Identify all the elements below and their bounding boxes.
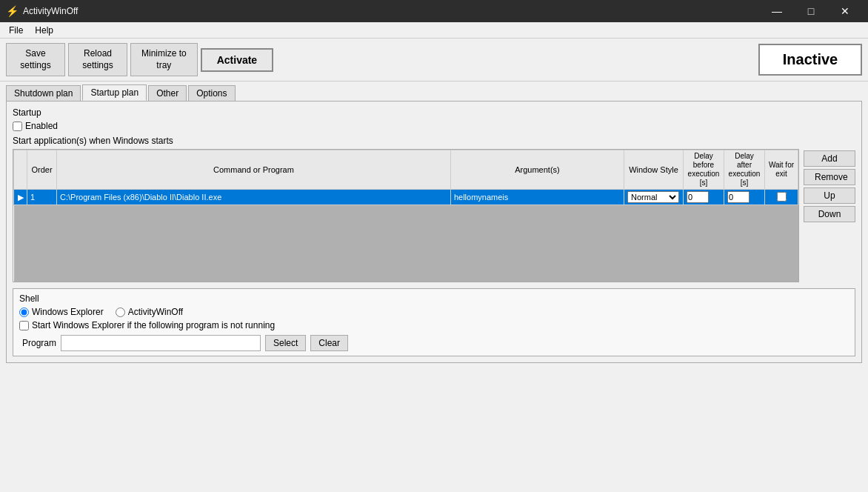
empty-row: [14, 205, 798, 283]
minimize-button[interactable]: —: [760, 0, 794, 22]
window-style-select[interactable]: Normal Minimized Maximized Hidden: [627, 191, 679, 203]
tab-bar: Shutdown plan Startup plan Other Options: [6, 84, 862, 101]
th-wait-exit: Wait for exit: [765, 150, 798, 190]
tab-options[interactable]: Options: [188, 85, 235, 101]
activate-button[interactable]: Activate: [201, 48, 273, 72]
maximize-button[interactable]: □: [794, 0, 828, 22]
row-args: hellomynameis: [450, 190, 624, 205]
row-delay-after: [724, 190, 765, 205]
radio-windows-explorer-label: Windows Explorer: [32, 307, 104, 317]
tab-content: Startup Enabled Start application(s) whe…: [6, 101, 862, 363]
table-header-row: Order Command or Program Argument(s) Win…: [14, 150, 798, 190]
up-button[interactable]: Up: [804, 187, 855, 204]
enabled-row: Enabled: [13, 121, 855, 131]
remove-button[interactable]: Remove: [804, 169, 855, 185]
radio-activitywinoff-label: ActivityWinOff: [128, 307, 183, 317]
th-command: Command or Program: [57, 150, 451, 190]
titlebar-controls: — □ ✕: [760, 0, 862, 22]
radio-windows-explorer-item: Windows Explorer: [19, 307, 104, 317]
program-input[interactable]: [61, 335, 261, 351]
tab-other[interactable]: Other: [148, 85, 187, 101]
shell-radio-row: Windows Explorer ActivityWinOff: [19, 307, 849, 317]
clear-button[interactable]: Clear: [310, 335, 348, 351]
side-buttons: Add Remove Up Down: [804, 149, 855, 282]
close-button[interactable]: ✕: [828, 0, 862, 22]
th-winstyle: Window Style: [624, 150, 684, 190]
table-area: Order Command or Program Argument(s) Win…: [13, 149, 855, 282]
delay-after-input[interactable]: [727, 191, 750, 203]
app-title: ActivityWinOff: [23, 6, 78, 16]
menu-help[interactable]: Help: [29, 24, 59, 37]
row-delay-before: [684, 190, 724, 205]
th-arrow: [14, 150, 27, 190]
row-arrow: ▶: [14, 190, 27, 205]
add-button[interactable]: Add: [804, 150, 855, 167]
shell-section-title: Shell: [19, 293, 849, 304]
program-row: Program Select Clear: [19, 335, 849, 351]
enabled-checkbox[interactable]: [13, 122, 22, 131]
radio-activitywinoff[interactable]: [116, 308, 125, 317]
th-args: Argument(s): [450, 150, 624, 190]
row-command: C:\Program Files (x86)\Diablo II\Diablo …: [57, 190, 451, 205]
menu-file[interactable]: File: [3, 24, 29, 37]
startup-section-title: Startup: [13, 107, 855, 118]
startup-section: Startup Enabled Start application(s) whe…: [13, 107, 855, 282]
menubar: File Help: [0, 22, 868, 39]
reload-settings-button[interactable]: Reload settings: [68, 43, 127, 76]
main-content: Shutdown plan Startup plan Other Options…: [0, 82, 868, 492]
select-button[interactable]: Select: [265, 335, 306, 351]
th-order: Order: [27, 150, 57, 190]
status-badge: Inactive: [758, 44, 862, 76]
toolbar: Save settings Reload settings Minimize t…: [0, 39, 868, 82]
tab-shutdown-plan[interactable]: Shutdown plan: [6, 85, 81, 101]
titlebar: ⚡ ActivityWinOff — □ ✕: [0, 0, 868, 22]
down-button[interactable]: Down: [804, 206, 855, 222]
minimize-to-tray-button[interactable]: Minimize to tray: [130, 43, 198, 76]
titlebar-left: ⚡ ActivityWinOff: [6, 5, 78, 17]
program-label: Program: [19, 338, 56, 348]
app-table: Order Command or Program Argument(s) Win…: [13, 150, 798, 282]
tab-startup-plan[interactable]: Startup plan: [82, 84, 147, 101]
radio-activitywinoff-item: ActivityWinOff: [116, 307, 183, 317]
row-order: 1: [27, 190, 57, 205]
start-windows-checkbox[interactable]: [19, 321, 29, 330]
start-apps-label: Start application(s) when Windows starts: [13, 136, 855, 146]
th-delay-before: Delay before execution [s]: [684, 150, 724, 190]
th-delay-after: Delay after execution [s]: [724, 150, 765, 190]
row-winstyle: Normal Minimized Maximized Hidden: [624, 190, 684, 205]
delay-before-input[interactable]: [687, 191, 709, 203]
enabled-label: Enabled: [25, 121, 58, 131]
start-windows-label: Start Windows Explorer if the following …: [32, 320, 275, 330]
wait-exit-checkbox[interactable]: [777, 192, 787, 202]
row-wait-exit: [765, 190, 798, 205]
start-windows-row: Start Windows Explorer if the following …: [19, 320, 849, 330]
app-icon: ⚡: [6, 5, 19, 17]
save-settings-button[interactable]: Save settings: [6, 43, 65, 76]
table-row[interactable]: ▶ 1 C:\Program Files (x86)\Diablo II\Dia…: [14, 190, 798, 205]
radio-windows-explorer[interactable]: [19, 308, 29, 317]
app-table-container: Order Command or Program Argument(s) Win…: [13, 149, 799, 282]
shell-section: Shell Windows Explorer ActivityWinOff St…: [13, 288, 855, 356]
